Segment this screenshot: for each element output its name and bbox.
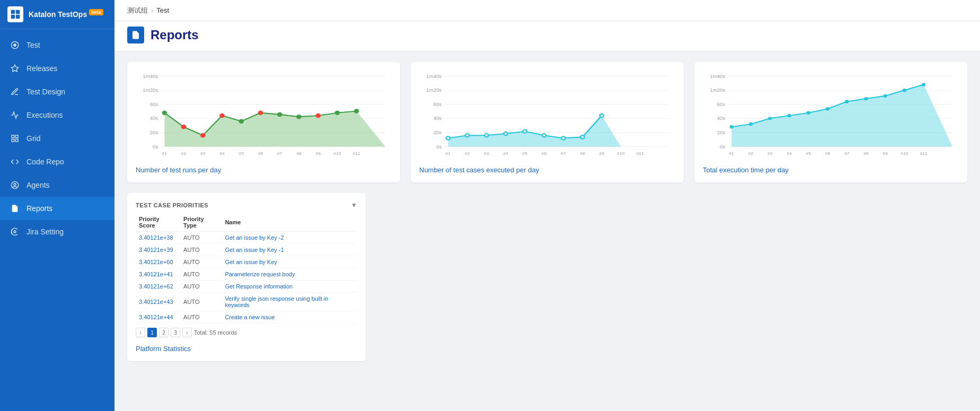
type-cell: AUTO [180,256,222,268]
type-cell: AUTO [180,311,222,323]
svg-point-102 [864,97,868,100]
table-row[interactable]: 3.40121e+43 AUTO Verify single json resp… [136,293,357,311]
svg-rect-0 [11,10,15,14]
filter-icon[interactable]: ▼ [351,202,357,209]
name-cell[interactable]: Get Response information [222,281,357,293]
table-row[interactable]: 3.40121e+62 AUTO Get Response informatio… [136,281,357,293]
svg-text:60s: 60s [717,102,726,107]
table-row[interactable]: 3.40121e+39 AUTO Get an issue by Key -1 [136,244,357,256]
svg-marker-94 [731,85,952,147]
name-cell[interactable]: Get an issue by Key -2 [222,232,357,244]
main-content: 测试组 › Test Reports [114,0,980,411]
sidebar-item-code-repo[interactable]: Code Repo [0,150,114,173]
sidebar-item-executions[interactable]: Executions [0,103,114,127]
platform-stats-title: Platform Statistics [136,345,357,353]
type-cell: AUTO [180,244,222,256]
svg-marker-26 [164,111,385,147]
svg-rect-8 [15,135,18,138]
sidebar-item-agents[interactable]: Agents [0,173,114,197]
svg-text:#11: #11 [637,152,644,156]
chart-card-1: 1m40s 1m20s 60s 40s 20s 0s [127,62,400,182]
svg-text:1m40s: 1m40s [426,74,442,78]
name-cell[interactable]: Get an issue by Key -1 [222,244,357,256]
page-2-btn[interactable]: 2 [159,328,169,337]
logo-icon [7,6,23,22]
table-row[interactable]: 3.40121e+41 AUTO Parameterize request bo… [136,268,357,281]
chart-card-3: 1m40s 1m20s 60s 40s 20s 0s [694,62,967,182]
svg-point-31 [277,112,282,117]
svg-point-29 [239,119,244,124]
type-cell: AUTO [180,268,222,281]
svg-text:1m20s: 1m20s [426,88,442,93]
svg-text:#10: #10 [900,152,908,156]
bottom-row: TEST CASE PRIORITIES ▼ Priority Score Pr… [127,193,967,361]
chart-3-title: Total execution time per day [703,166,959,174]
score-cell: 3.40121e+38 [136,232,180,244]
svg-text:1m40s: 1m40s [143,74,158,78]
svg-text:#9: #9 [599,152,604,156]
pagination: ‹ 1 2 3 › Total: 55 records [136,328,357,337]
score-cell: 3.40121e+41 [136,268,180,281]
svg-text:#5: #5 [239,152,244,156]
svg-text:#7: #7 [844,152,850,156]
svg-point-13 [14,231,16,233]
svg-text:#2: #2 [181,152,187,156]
svg-text:#1: #1 [162,152,167,156]
svg-point-98 [787,114,791,117]
svg-point-70 [600,114,604,117]
svg-text:1m20s: 1m20s [710,88,725,93]
name-cell[interactable]: Verify single json response using built … [222,293,357,311]
svg-text:40s: 40s [717,116,726,121]
svg-point-69 [580,135,584,138]
table-section-title: TEST CASE PRIORITIES [136,202,208,208]
svg-point-5 [13,43,16,46]
priority-table: Priority Score Priority Type Name 3.4012… [136,213,357,323]
svg-point-37 [200,133,206,138]
svg-rect-7 [12,135,14,138]
svg-point-101 [845,100,849,103]
svg-point-28 [219,113,225,118]
chart-card-2: 1m40s 1m20s 60s 40s 20s 0s [411,62,684,182]
type-cell: AUTO [180,232,222,244]
svg-text:#1: #1 [446,152,451,156]
svg-text:20s: 20s [717,130,726,135]
svg-text:0s: 0s [153,144,158,149]
name-cell[interactable]: Get an issue by Key [222,256,357,268]
jira-icon [10,226,20,237]
svg-text:#7: #7 [561,152,566,156]
svg-point-97 [768,117,772,120]
svg-point-63 [465,134,469,137]
svg-point-105 [922,83,925,86]
sidebar-item-test-design[interactable]: Test Design [0,80,114,103]
releases-icon [10,63,20,74]
svg-text:#10: #10 [333,152,341,156]
svg-text:20s: 20s [434,130,442,135]
name-cell[interactable]: Create a new issue [222,311,357,323]
sidebar-item-jira[interactable]: Jira Setting [0,220,114,243]
svg-text:0s: 0s [436,144,442,149]
table-row[interactable]: 3.40121e+60 AUTO Get an issue by Key [136,256,357,268]
chart-1: 1m40s 1m20s 60s 40s 20s 0s [136,71,392,161]
sidebar-item-releases[interactable]: Releases [0,57,114,80]
sidebar-item-reports[interactable]: Reports [0,197,114,220]
table-row[interactable]: 3.40121e+38 AUTO Get an issue by Key -2 [136,232,357,244]
svg-text:40s: 40s [150,116,158,121]
svg-point-12 [14,183,16,186]
svg-point-62 [446,136,450,139]
svg-text:0s: 0s [720,144,726,149]
col-name: Name [222,213,357,232]
page-1-btn[interactable]: 1 [147,328,157,337]
svg-marker-6 [11,65,18,72]
svg-rect-2 [11,15,15,19]
sidebar-item-test[interactable]: Test [0,33,114,57]
svg-point-32 [296,115,302,119]
sidebar-item-grid[interactable]: Grid [0,127,114,150]
sidebar-nav: Test Releases Test Design Executions [0,29,114,411]
table-row[interactable]: 3.40121e+44 AUTO Create a new issue [136,311,357,323]
svg-text:#4: #4 [787,152,792,156]
prev-page-btn[interactable]: ‹ [136,328,145,337]
name-cell[interactable]: Parameterize request body [222,268,357,281]
next-page-btn[interactable]: › [182,328,192,337]
svg-text:#4: #4 [219,152,225,156]
page-3-btn[interactable]: 3 [171,328,180,337]
